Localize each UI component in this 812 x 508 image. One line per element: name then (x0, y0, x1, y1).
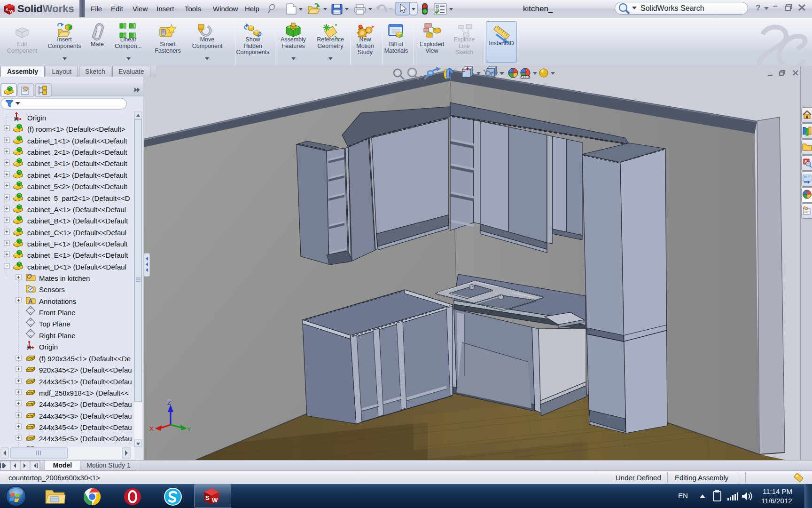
svg-text:W: W (212, 497, 218, 504)
svg-text:X: X (149, 425, 154, 432)
svg-text:W: W (9, 9, 14, 14)
svg-text:cabinet_D<1> (Default<<Defaul: cabinet_D<1> (Default<<Defaul (27, 263, 126, 271)
svg-text:cabinet_C<1> (Default<<Defaul: cabinet_C<1> (Default<<Defaul (27, 229, 126, 237)
svg-text:cabinet_B<1> (Default<<Default: cabinet_B<1> (Default<<Default (27, 217, 128, 225)
svg-text:cabinet_A<1> (Default<<Defaul: cabinet_A<1> (Default<<Defaul (27, 206, 126, 214)
svg-text:cabinet_5<2> (Default<<Default: cabinet_5<2> (Default<<Default (27, 183, 127, 190)
svg-text:Origin: Origin (39, 343, 58, 351)
svg-text:920x345<2> (Default<<Defau: 920x345<2> (Default<<Defau (39, 366, 132, 374)
svg-text:cabinet_3<1> (Default<<Default: cabinet_3<1> (Default<<Default (27, 159, 127, 167)
svg-text:Top Plane: Top Plane (39, 320, 70, 328)
svg-text:Origin: Origin (27, 114, 46, 122)
svg-text:Annotations: Annotations (39, 297, 76, 305)
svg-text:244x345<2> (Default<<Defau: 244x345<2> (Default<<Defau (39, 400, 132, 408)
svg-text:(f) room<1> (Default<<Default>: (f) room<1> (Default<<Default> (27, 125, 125, 133)
svg-text:cabinet_5_part2<1> (Default<<D: cabinet_5_part2<1> (Default<<D (27, 194, 130, 202)
svg-text:244x345<1> (Default<<Defau: 244x345<1> (Default<<Defau (39, 378, 132, 386)
svg-text:Sensors: Sensors (39, 286, 65, 294)
svg-text:244x345<4> (Default<<Defau: 244x345<4> (Default<<Defau (39, 423, 132, 431)
svg-text:Y: Y (187, 426, 191, 433)
svg-text:cabinet_2<1> (Default<<Default: cabinet_2<1> (Default<<Default (27, 148, 127, 156)
svg-text:S: S (205, 494, 210, 501)
svg-text:244x345<5> (Default<<Defau: 244x345<5> (Default<<Defau (39, 435, 132, 443)
svg-text:(f) 920x345<1> (Default<<De: (f) 920x345<1> (Default<<De (39, 355, 131, 363)
svg-text:244x345<3> (Default<<Defau: 244x345<3> (Default<<Defau (39, 412, 132, 420)
svg-text:Front Plane: Front Plane (39, 309, 76, 317)
svg-text:cabinet_4<1> (Default<<Default: cabinet_4<1> (Default<<Default (27, 171, 127, 179)
svg-text:Mates in kitchen_: Mates in kitchen_ (39, 274, 94, 282)
svg-text:S: S (6, 8, 8, 12)
svg-text:mdf_258x918<1> (Default<<: mdf_258x918<1> (Default<< (39, 389, 129, 397)
svg-text:cabinet_E<1> (Default<<Default: cabinet_E<1> (Default<<Default (27, 251, 128, 259)
svg-text:cabinet_F<1> (Default<<Default: cabinet_F<1> (Default<<Default (27, 240, 128, 248)
svg-text:Z: Z (167, 399, 171, 406)
svg-text:cabinet_1<1> (Default<<Default: cabinet_1<1> (Default<<Default (27, 137, 127, 145)
svg-text:A: A (28, 298, 33, 305)
svg-text:Right Plane: Right Plane (39, 332, 76, 340)
